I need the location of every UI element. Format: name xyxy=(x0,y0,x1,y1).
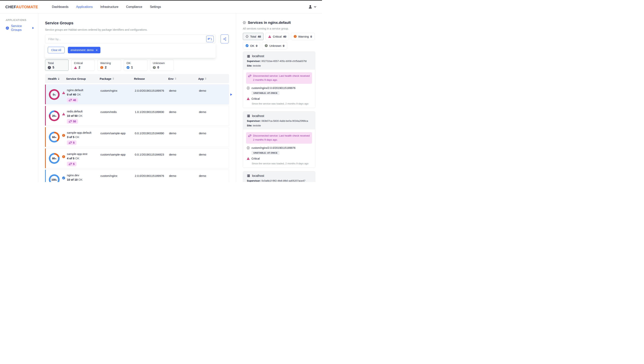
column-header-release[interactable]: Release xyxy=(134,77,168,80)
service-group-name: nginx.default xyxy=(67,88,100,92)
nav-link-dashboards[interactable]: Dashboards xyxy=(48,5,72,9)
warning-icon xyxy=(294,35,297,38)
health-since-text: Since the service was loaded, 2 months 9… xyxy=(252,102,312,105)
column-header-env[interactable]: Env xyxy=(168,77,198,80)
health-tab-warning[interactable]: Warning 2 xyxy=(98,60,121,71)
filter-count: 1 xyxy=(211,37,212,41)
service-groups-table: Health Service Group Package Release Env… xyxy=(45,74,229,182)
server-icon xyxy=(247,115,250,117)
release-cell: 2.0.0/20190115189976 xyxy=(135,170,169,182)
service-group-name: sample-app.default xyxy=(67,131,100,134)
filter-bar: 1 xyxy=(45,35,216,43)
health-since-text: Since the service was loaded, 2 months 9… xyxy=(252,162,312,165)
ok-icon xyxy=(246,44,248,47)
critical-icon xyxy=(62,91,65,94)
health-percent-ring: 60% xyxy=(49,132,60,143)
health-tab-critical[interactable]: Critical 2 xyxy=(71,60,95,71)
health-tab-unknown[interactable]: Unknown ? 0 xyxy=(150,60,174,71)
remove-filter-icon[interactable]: ✕ xyxy=(96,49,98,52)
app-cell: demo xyxy=(199,85,226,104)
health-tab-count: 2 xyxy=(78,66,80,69)
table-row[interactable]: 0% nginx.default 0 of 40 OK 40 custom/ng… xyxy=(45,84,229,105)
disconnected-alert: Disconnected service: Last health check … xyxy=(246,132,312,144)
services-grid-icon xyxy=(247,87,250,90)
status-badge-unknown[interactable]: ? Unknown 0 xyxy=(262,42,287,49)
service-health: Critical xyxy=(246,97,312,100)
status-badge-total[interactable]: Total 40 xyxy=(243,33,264,40)
filter-count-button[interactable]: 1 xyxy=(206,36,214,42)
critical-icon xyxy=(62,113,65,115)
panel-title: Services in nginx.default xyxy=(243,21,322,25)
ok-count: 10 of 50 OK xyxy=(67,114,100,117)
services-grid-icon xyxy=(243,21,246,24)
release-cell: 1.0.1/20190115189830 xyxy=(135,106,169,126)
env-cell: demo xyxy=(169,148,199,168)
health-tab-total[interactable]: Total 5 xyxy=(45,60,68,71)
table-row[interactable]: 100% nginx.dev 10 of 10 OK 10 custom/ngi… xyxy=(45,170,229,182)
critical-icon xyxy=(247,97,250,100)
page-title: Service Groups xyxy=(45,21,236,25)
host-name: localhost xyxy=(252,55,264,58)
disconnected-link-icon xyxy=(248,134,251,142)
filter-input[interactable] xyxy=(45,37,206,41)
sort-arrows-icon xyxy=(112,78,114,80)
supervisor-id: Supervisor: 0c0a6b1f-f9f2-4fe6-8fb0-ad05… xyxy=(247,179,311,182)
table-row[interactable]: 20% redis.default 10 of 50 OK 50 custom/… xyxy=(45,106,229,126)
column-header-app[interactable]: App xyxy=(198,77,225,80)
ok-count: 10 of 10 OK xyxy=(67,178,100,181)
filter-chip[interactable]: environment: demo ✕ xyxy=(68,47,100,53)
filter-lines-icon xyxy=(208,38,210,40)
svg-text:?: ? xyxy=(154,67,155,69)
active-filters-panel: Clear All environment: demo ✕ xyxy=(45,43,216,58)
status-badge-critical[interactable]: Critical 40 xyxy=(266,33,289,40)
service-card-header: localhost Supervisor: 083b07ca-5830-4a8d… xyxy=(243,112,315,129)
service-groups-main: Service Groups Service groups are Habita… xyxy=(38,14,236,182)
disconnected-count-chip: 40 xyxy=(67,98,78,102)
update-strategy-badge: UNSTABLE: AT-ONCE xyxy=(252,151,279,155)
disconnected-count-chip: 5 xyxy=(67,140,76,145)
disconnected-count-chip: 5 xyxy=(67,162,76,166)
service-group-name: redis.default xyxy=(67,110,100,113)
column-header-service-group[interactable]: Service Group xyxy=(66,77,100,80)
user-menu[interactable] xyxy=(308,5,316,9)
package-cell: custom/nginx xyxy=(100,170,135,182)
service-status-badges: Total 40 Critical 40 Warning 0 OK 0 ? Un… xyxy=(243,33,318,49)
status-badge-warning[interactable]: Warning 0 xyxy=(291,33,315,40)
clear-all-button[interactable]: Clear All xyxy=(48,47,64,53)
nav-link-applications[interactable]: Applications xyxy=(72,5,96,9)
column-header-health[interactable]: Health xyxy=(45,77,66,80)
health-tab-ok[interactable]: OK 1 xyxy=(124,60,148,71)
disconnected-link-icon xyxy=(69,141,72,144)
env-cell: demo xyxy=(169,106,199,126)
ok-icon xyxy=(62,176,65,180)
app-cell: demo xyxy=(199,106,226,126)
table-row[interactable]: 80% sample-app.test 4 of 5 OK 5 custom/s… xyxy=(45,148,229,168)
share-button[interactable] xyxy=(220,35,229,43)
package-cell: custom/sample-app xyxy=(100,127,135,147)
nav-link-compliance[interactable]: Compliance xyxy=(122,5,146,9)
nav-link-infrastructure[interactable]: Infrastructure xyxy=(96,5,122,9)
critical-icon xyxy=(74,66,77,69)
table-row[interactable]: 60% sample-app.default 3 of 5 OK 5 custo… xyxy=(45,127,229,147)
server-icon xyxy=(247,174,250,177)
health-tab-label: Critical xyxy=(74,61,92,65)
warning-icon xyxy=(62,155,65,158)
selected-row-caret-icon xyxy=(230,93,232,96)
env-cell: demo xyxy=(169,85,199,104)
service-card-header: localhost Supervisor: 002732ee-6557-405c… xyxy=(243,52,315,70)
sidebar-item-service-groups[interactable]: Service Groups xyxy=(6,24,34,32)
release-cell: 2.0.0/20190115189976 xyxy=(135,85,169,104)
env-cell: demo xyxy=(169,127,199,147)
column-header-package[interactable]: Package xyxy=(100,77,134,80)
service-card-header: localhost Supervisor: 0c0a6b1f-f9f2-4fe6… xyxy=(243,171,315,182)
health-tab-count: 0 xyxy=(157,66,159,69)
site: Site: testsite xyxy=(247,124,311,127)
health-tab-label: Total xyxy=(48,61,66,65)
nav-link-settings[interactable]: Settings xyxy=(146,5,165,9)
service-group-name: nginx.dev xyxy=(67,174,100,177)
status-badge-ok[interactable]: OK 0 xyxy=(243,42,260,49)
chef-automate-logo[interactable]: CHEFAUTOMATE xyxy=(5,5,38,9)
service-card: localhost Supervisor: 002732ee-6557-405c… xyxy=(243,52,315,108)
ok-count: 3 of 5 OK xyxy=(67,135,100,139)
release-cell: 0.0.1/20190115184823 xyxy=(135,148,169,168)
